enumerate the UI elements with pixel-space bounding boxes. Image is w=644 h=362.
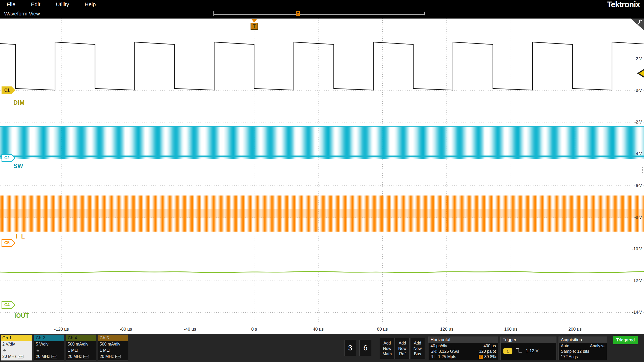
trigger-position-icon: T	[479, 355, 483, 359]
trigger-panel[interactable]: Trigger 1 1.12 V	[500, 337, 556, 360]
channel-badge-ch5[interactable]: Ch 5 500 mA/div 1 MΩ 20 MHz BW	[98, 334, 128, 361]
view-title: Waveform View	[4, 11, 40, 17]
channel-ch5-bandwidth: 20 MHz BW	[98, 354, 128, 360]
channel-ch1-bandwidth: 20 MHz BW	[1, 354, 32, 360]
add-new-math-button[interactable]: Add New Math	[380, 338, 394, 359]
x-axis-label: 160 µs	[493, 327, 529, 332]
probe-ground-icon	[36, 349, 40, 352]
trigger-arrow-icon	[251, 19, 257, 22]
x-axis-label: 80 µs	[364, 327, 400, 332]
wave-label-il: I_L	[16, 233, 25, 240]
channel-ch5-header: Ch 5	[98, 335, 128, 341]
menu-edit[interactable]: Edit	[31, 1, 40, 7]
channel-tag-c4[interactable]: C4	[2, 301, 15, 309]
status-bar: Ch 1 2 V/div 20 MHz BW Ch 2 5 V/div 20 M…	[0, 334, 644, 362]
badge-button-3[interactable]: 3	[344, 340, 356, 356]
menu-utility[interactable]: Utility	[56, 1, 69, 7]
y-axis-label: -10 V	[632, 247, 642, 251]
record-length: RL: 1.25 Mpts	[431, 355, 456, 359]
channel-badge-ch2[interactable]: Ch 2 5 V/div 20 MHz BW	[34, 334, 64, 361]
bandwidth-value: 20 MHz	[36, 354, 50, 359]
y-axis-label: -12 V	[632, 278, 642, 283]
channel-tag-c1[interactable]: C1	[2, 86, 15, 94]
channel-ch4-bandwidth: 20 MHz BW	[66, 354, 96, 360]
y-axis-label: -14 V	[632, 310, 642, 315]
x-axis-label: 40 µs	[300, 327, 336, 332]
channel-tag-c2[interactable]: C2	[2, 154, 15, 162]
trigger-position-flag[interactable]: T	[250, 19, 259, 30]
right-edge-grip-handle[interactable]	[642, 167, 643, 173]
menu-file[interactable]: File	[7, 1, 15, 7]
y-axis-label: 2 V	[636, 57, 642, 61]
wave-label-dim: DIM	[13, 99, 25, 106]
channel-badge-ch1[interactable]: Ch 1 2 V/div 20 MHz BW	[1, 334, 32, 361]
x-axis-label: -80 µs	[108, 327, 144, 332]
y-axis-label: -8 V	[634, 215, 642, 220]
main-menu: File Edit Utility Help	[0, 1, 110, 7]
horizontal-position-minimap[interactable]: T	[213, 11, 425, 16]
x-axis-label: 200 µs	[557, 327, 593, 332]
y-axis-label: -2 V	[634, 120, 642, 125]
add-new-bus-button[interactable]: Add New Bus	[410, 338, 425, 359]
channel-ch1-scale: 2 V/div	[1, 341, 32, 347]
tag-text: C2	[2, 154, 12, 162]
view-tab-bar: Waveform View T	[0, 9, 644, 19]
trigger-source-badge: 1	[503, 348, 512, 354]
acquisition-analyze: Analyze	[590, 344, 605, 348]
bandwidth-limit-icon: BW	[51, 355, 57, 358]
horizontal-panel-title: Horizontal	[428, 337, 498, 343]
trigger-level-value: 1.12 V	[526, 348, 538, 354]
x-axis-label: 0 s	[236, 327, 272, 332]
channel-ch5-impedance: 1 MΩ	[98, 347, 128, 354]
bandwidth-value: 20 MHz	[2, 354, 16, 359]
trigger-level-arrow[interactable]	[637, 69, 644, 78]
wave-label-iout: IOUT	[14, 312, 29, 319]
acquisition-panel[interactable]: Acquisition Auto, Analyze Sample: 12 bit…	[559, 337, 607, 360]
resolution: 320 ps/pt	[479, 349, 496, 354]
channel-badge-ch4[interactable]: Ch 4 500 mA/div 1 MΩ 20 MHz BW	[66, 334, 96, 361]
channel-ch2-header: Ch 2	[34, 335, 64, 341]
y-axis-label: 0 V	[636, 88, 642, 93]
channel-ch4-scale: 500 mA/div	[66, 341, 96, 347]
horizontal-scale: 40 µs/div	[431, 344, 447, 348]
channel-ch4-impedance: 1 MΩ	[66, 347, 96, 354]
tag-text: C1	[2, 86, 12, 94]
add-new-ref-button[interactable]: Add New Ref	[395, 338, 410, 359]
bandwidth-limit-icon: BW	[115, 355, 121, 358]
waveform-display[interactable]: 2 V 0 V -2 V -4 V -6 V -8 V -10 V -12 V …	[0, 19, 644, 334]
bandwidth-value: 20 MHz	[68, 354, 82, 359]
waveform-canvas	[0, 19, 644, 334]
channel-ch4-header: Ch 4	[66, 335, 96, 341]
horizontal-panel[interactable]: Horizontal 40 µs/div 400 µs SR: 3.125 GS…	[428, 337, 498, 360]
bandwidth-limit-icon: BW	[18, 355, 23, 358]
arrow-fill	[639, 70, 644, 76]
falling-edge-icon	[516, 348, 523, 354]
horizontal-window: 400 µs	[484, 344, 496, 348]
acquisition-mode: Auto,	[561, 344, 570, 348]
badge-button-6[interactable]: 6	[359, 340, 371, 356]
channel-tag-c5[interactable]: C5	[2, 239, 15, 247]
channel-ch2-bandwidth: 20 MHz BW	[34, 354, 64, 360]
minimap-trigger-marker[interactable]: T	[296, 11, 300, 16]
x-axis-label: -120 µs	[44, 327, 80, 332]
minimap-track[interactable]	[214, 12, 425, 15]
channel-ch1-coupling	[1, 347, 32, 354]
trigger-position-percent: 39.8%	[484, 355, 496, 359]
trigger-flag-letter: T	[251, 23, 258, 30]
y-axis-label: -4 V	[634, 152, 642, 156]
probe-ground-icon	[2, 349, 6, 352]
acquisition-count: 172 Acqs	[561, 355, 578, 359]
x-axis-label: 120 µs	[429, 327, 465, 332]
tag-text: C5	[2, 239, 12, 247]
trigger-panel-title: Trigger	[501, 337, 556, 343]
acquisition-panel-title: Acquisition	[559, 337, 607, 343]
sample-rate: SR: 3.125 GS/s	[431, 349, 459, 354]
y-axis-label: -6 V	[634, 183, 642, 188]
channel-ch2-coupling	[34, 347, 64, 354]
menu-help[interactable]: Help	[85, 1, 96, 7]
wave-label-sw: SW	[13, 163, 23, 170]
x-axis-label: -40 µs	[172, 327, 208, 332]
wrench-icon	[637, 19, 643, 25]
channel-ch1-header: Ch 1	[1, 335, 32, 341]
channel-ch2-scale: 5 V/div	[34, 341, 64, 347]
